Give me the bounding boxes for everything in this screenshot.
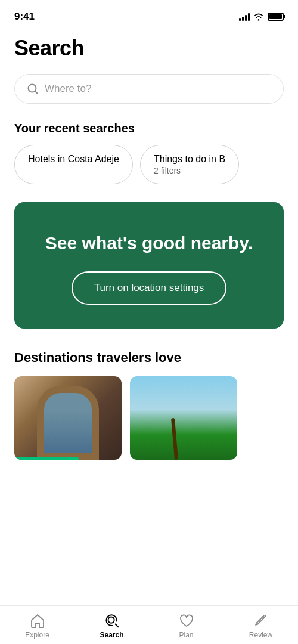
nav-item-explore[interactable]: Explore [14, 613, 61, 639]
recent-item-label-0: Hotels in Costa Adeje [28, 154, 119, 165]
destination-card-0[interactable] [14, 376, 122, 460]
nearby-title: See what's good nearby. [32, 232, 266, 255]
status-icons [239, 13, 284, 21]
recent-item-label-1: Things to do in B [154, 154, 225, 165]
nav-item-search[interactable]: Search [88, 613, 136, 639]
search-nav-icon [104, 613, 120, 628]
destinations-grid [14, 376, 284, 460]
progress-indicator [14, 457, 79, 460]
destination-image-palm [130, 376, 237, 460]
destinations-title: Destinations travelers love [14, 350, 284, 366]
battery-icon [268, 13, 284, 21]
signal-icon [239, 13, 250, 21]
nav-label-explore: Explore [25, 631, 49, 639]
location-settings-button[interactable]: Turn on location settings [72, 271, 227, 305]
main-content: Search Where to? Your recent searches Ho… [0, 30, 298, 460]
edit-icon [253, 613, 269, 628]
nav-label-review: Review [249, 631, 272, 639]
nav-item-plan[interactable]: Plan [163, 613, 210, 639]
recent-searches-title: Your recent searches [14, 122, 284, 135]
search-bar[interactable]: Where to? [14, 74, 284, 104]
status-bar: 9:41 [0, 0, 298, 30]
bottom-nav-wrapper: Explore Search Plan [0, 636, 298, 644]
nav-item-review[interactable]: Review [237, 613, 285, 639]
search-placeholder: Where to? [45, 83, 91, 95]
status-time: 9:41 [14, 11, 35, 23]
wifi-icon [253, 13, 264, 21]
nav-label-plan: Plan [179, 631, 193, 639]
svg-point-3 [108, 617, 114, 623]
recent-item-sub-1: 2 filters [154, 166, 225, 175]
recent-item-0[interactable]: Hotels in Costa Adeje [14, 145, 133, 184]
destination-image-arch [14, 376, 122, 460]
page-title: Search [14, 36, 284, 61]
nearby-card: See what's good nearby. Turn on location… [14, 202, 284, 329]
recent-item-1[interactable]: Things to do in B 2 filters [140, 145, 239, 184]
nav-label-search: Search [100, 631, 123, 639]
recent-searches-list: Hotels in Costa Adeje Things to do in B … [14, 145, 284, 184]
destination-card-1[interactable] [130, 376, 237, 460]
bottom-nav: Explore Search Plan [0, 605, 298, 644]
home-icon [30, 613, 45, 628]
heart-icon [179, 613, 194, 628]
search-icon [27, 83, 39, 95]
